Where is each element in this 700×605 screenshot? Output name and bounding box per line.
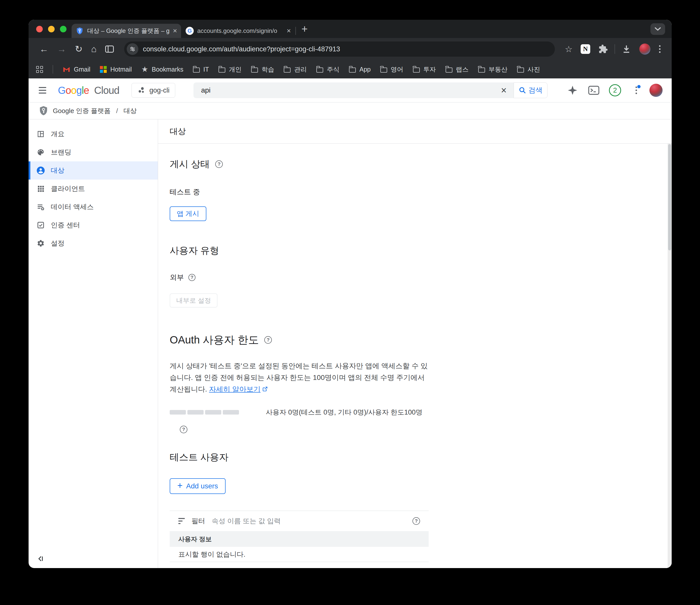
google-cloud-logo[interactable]: Google Cloud bbox=[58, 85, 119, 96]
bookmark-folder-stocks[interactable]: 주식 bbox=[316, 65, 340, 74]
minimize-window-button[interactable] bbox=[48, 26, 55, 32]
help-icon[interactable]: ? bbox=[189, 274, 196, 281]
folder-icon bbox=[478, 68, 485, 73]
bookmark-folder-admin[interactable]: 관리 bbox=[284, 65, 307, 74]
bookmark-folder-photos[interactable]: 사진 bbox=[517, 65, 540, 74]
tab-close-icon[interactable]: × bbox=[173, 27, 177, 34]
checkbox-icon bbox=[36, 221, 45, 230]
search-value[interactable]: api bbox=[201, 86, 497, 94]
bookmark-folder-labs[interactable]: 랩스 bbox=[446, 65, 469, 74]
header-icons: 2 bbox=[565, 82, 664, 98]
notifications-badge[interactable]: 2 bbox=[607, 82, 623, 98]
cloud-shell-icon[interactable] bbox=[586, 82, 602, 98]
clear-search-icon[interactable]: × bbox=[497, 85, 510, 95]
close-window-button[interactable] bbox=[36, 26, 43, 32]
tab-search-button[interactable] bbox=[650, 23, 665, 35]
project-selector-button[interactable]: gog-cli bbox=[131, 83, 175, 98]
set-internal-button[interactable]: 내부로 설정 bbox=[170, 294, 218, 307]
bookmark-folder-study[interactable]: 학습 bbox=[251, 65, 274, 74]
bookmark-folder-realestate[interactable]: 부동산 bbox=[478, 65, 507, 74]
folder-icon bbox=[193, 68, 200, 73]
menu-hamburger-icon[interactable] bbox=[39, 87, 46, 94]
user-type-heading: 사용자 유형 bbox=[170, 244, 672, 257]
help-icon[interactable]: ? bbox=[264, 336, 272, 344]
user-cap-usage-text: 사용자 0명(테스트 0명, 기타 0명)/사용자 한도100명 bbox=[266, 408, 423, 417]
search-button[interactable]: 검색 bbox=[514, 82, 548, 98]
publish-status-heading: 게시 상태 ? bbox=[170, 158, 672, 171]
filter-icon bbox=[178, 518, 185, 524]
learn-more-link[interactable]: 자세히 알아보기 bbox=[209, 385, 261, 393]
breadcrumb-root[interactable]: Google 인증 플랫폼 bbox=[53, 106, 110, 115]
site-settings-icon[interactable] bbox=[127, 43, 138, 55]
star-icon: ★ bbox=[141, 66, 148, 73]
folder-icon bbox=[413, 68, 420, 73]
help-icon[interactable]: ? bbox=[215, 160, 223, 168]
apps-grid-icon[interactable] bbox=[36, 66, 43, 73]
home-icon[interactable]: ⌂ bbox=[91, 45, 97, 54]
gemini-sparkle-icon[interactable] bbox=[565, 82, 581, 98]
progress-segment bbox=[170, 410, 186, 414]
extensions-puzzle-icon[interactable] bbox=[598, 44, 608, 54]
url-text[interactable]: console.cloud.google.com/auth/audience?p… bbox=[143, 45, 340, 53]
sidebar-item-verification[interactable]: 인증 센터 bbox=[29, 216, 158, 234]
google-favicon: G bbox=[185, 27, 194, 35]
back-icon[interactable]: ← bbox=[40, 45, 49, 54]
publish-app-button[interactable]: 앱 게시 bbox=[170, 206, 206, 221]
address-bar[interactable]: console.cloud.google.com/auth/audience?p… bbox=[124, 42, 555, 57]
chevron-down-icon bbox=[654, 27, 661, 31]
tab-title: 대상 – Google 인증 플랫폼 – gog bbox=[87, 27, 170, 35]
filter-row: 필터 속성 이름 또는 값 입력 ? bbox=[170, 511, 429, 531]
bookmark-folder-english[interactable]: 영어 bbox=[380, 65, 403, 74]
account-avatar[interactable] bbox=[649, 84, 662, 97]
plus-icon: + bbox=[177, 481, 182, 490]
search-input[interactable]: api × bbox=[194, 82, 514, 98]
user-type-value: 외부 ? bbox=[170, 273, 672, 282]
bookmark-folder-it[interactable]: IT bbox=[193, 66, 209, 73]
notion-extension-icon[interactable]: N bbox=[581, 44, 590, 54]
sidebar-item-data-access[interactable]: 데이터 액세스 bbox=[29, 198, 158, 216]
browser-toolbar: ← → ↻ ⌂ console.cloud.google.com/auth/au… bbox=[29, 38, 672, 60]
folder-icon bbox=[349, 68, 356, 73]
progress-segment bbox=[223, 410, 239, 414]
sidebar-item-overview[interactable]: 개요 bbox=[29, 125, 158, 143]
collapse-sidebar-icon[interactable] bbox=[37, 555, 44, 563]
bookmark-folder-app[interactable]: App bbox=[349, 66, 371, 73]
fullscreen-window-button[interactable] bbox=[60, 26, 67, 32]
bookmark-star-icon[interactable]: ☆ bbox=[565, 45, 573, 53]
sidebar-item-audience[interactable]: 대상 bbox=[29, 161, 158, 180]
folder-icon bbox=[517, 68, 524, 73]
add-users-button[interactable]: + Add users bbox=[170, 478, 226, 494]
sidebar-item-clients[interactable]: 클라이언트 bbox=[29, 180, 158, 198]
bookmark-bookmarks[interactable]: ★ Bookmarks bbox=[141, 66, 183, 73]
tab-active[interactable]: 대상 – Google 인증 플랫폼 – gog × bbox=[72, 24, 181, 38]
gmail-icon bbox=[63, 66, 70, 73]
folder-icon bbox=[251, 68, 258, 73]
downloads-icon[interactable] bbox=[622, 44, 631, 54]
help-icon[interactable]: ? bbox=[180, 426, 188, 433]
browser-window: 대상 – Google 인증 플랫폼 – gog × G accounts.go… bbox=[29, 20, 672, 568]
bookmark-folder-personal[interactable]: 개인 bbox=[219, 65, 242, 74]
bookmark-hotmail[interactable]: Hotmail bbox=[100, 66, 132, 73]
scrollbar-thumb[interactable] bbox=[668, 144, 671, 250]
breadcrumb-separator: / bbox=[116, 107, 118, 115]
tab-close-icon[interactable]: × bbox=[287, 27, 291, 34]
browser-menu-icon[interactable] bbox=[659, 45, 660, 53]
bookmark-gmail[interactable]: Gmail bbox=[63, 66, 90, 73]
sidebar-item-branding[interactable]: 브랜딩 bbox=[29, 143, 158, 161]
bookmark-folder-invest[interactable]: 투자 bbox=[413, 65, 436, 74]
tab-inactive[interactable]: G accounts.google.com/signin/o × bbox=[181, 24, 295, 38]
scrollbar[interactable] bbox=[668, 144, 672, 568]
progress-segment bbox=[205, 410, 221, 414]
browser-profile-avatar[interactable] bbox=[639, 44, 650, 55]
reload-icon[interactable]: ↻ bbox=[75, 45, 82, 54]
filter-input[interactable]: 속성 이름 또는 값 입력 bbox=[212, 516, 406, 526]
folder-icon bbox=[284, 68, 291, 73]
gcloud-header: Google Cloud gog-cli api × 검색 bbox=[29, 78, 672, 102]
new-tab-button[interactable]: + bbox=[301, 24, 308, 34]
side-panel-icon[interactable] bbox=[105, 46, 114, 53]
header-more-menu-icon[interactable] bbox=[628, 82, 644, 98]
help-icon[interactable]: ? bbox=[412, 517, 420, 525]
folder-icon bbox=[446, 68, 452, 73]
sidebar-item-settings[interactable]: 설정 bbox=[29, 234, 158, 252]
forward-icon[interactable]: → bbox=[57, 45, 66, 54]
